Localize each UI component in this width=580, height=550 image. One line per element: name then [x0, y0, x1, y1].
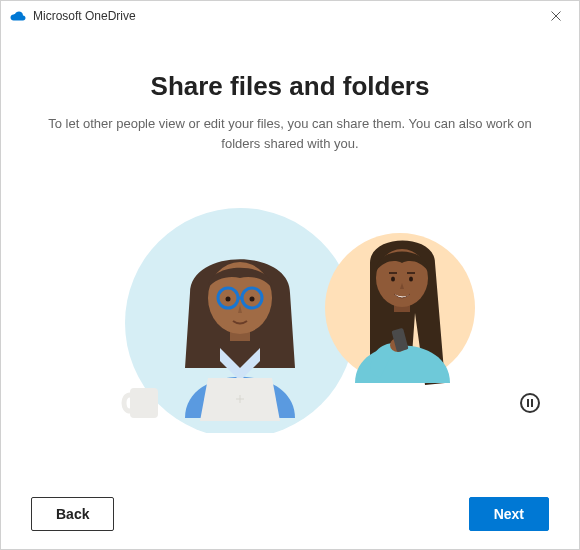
page-title: Share files and folders: [151, 71, 430, 102]
svg-point-8: [226, 297, 231, 302]
onedrive-dialog: Microsoft OneDrive Share files and folde…: [0, 0, 580, 550]
footer: Back Next: [1, 479, 579, 549]
laptop-icon: [200, 378, 280, 421]
content-area: Share files and folders To let other peo…: [1, 31, 579, 479]
page-subtitle: To let other people view or edit your fi…: [31, 114, 549, 153]
svg-point-9: [250, 297, 255, 302]
illustration: [70, 193, 510, 433]
svg-point-18: [409, 277, 413, 282]
window-title: Microsoft OneDrive: [33, 9, 541, 23]
onedrive-cloud-icon: [9, 10, 27, 22]
svg-point-17: [391, 277, 395, 282]
back-button[interactable]: Back: [31, 497, 114, 531]
next-button[interactable]: Next: [469, 497, 549, 531]
titlebar: Microsoft OneDrive: [1, 1, 579, 31]
close-button[interactable]: [541, 1, 571, 31]
svg-rect-14: [241, 400, 245, 404]
svg-rect-12: [241, 395, 245, 399]
svg-rect-11: [236, 395, 240, 399]
svg-rect-2: [130, 388, 158, 418]
svg-rect-13: [236, 400, 240, 404]
mug-icon: [124, 388, 158, 418]
pause-button[interactable]: [520, 393, 540, 413]
